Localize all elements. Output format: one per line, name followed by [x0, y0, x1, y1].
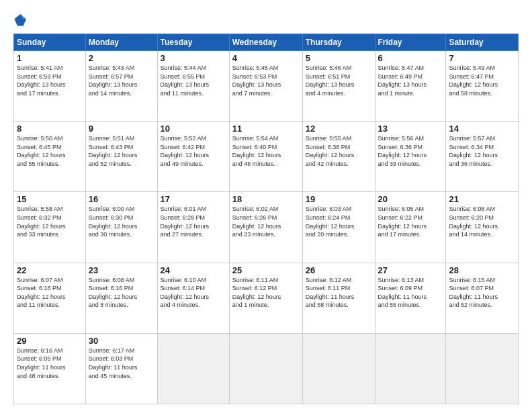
calendar-cell: 8Sunrise: 5:50 AMSunset: 6:45 PMDaylight… [14, 122, 86, 192]
day-info: Sunrise: 5:55 AMSunset: 6:38 PMDaylight:… [306, 134, 372, 168]
day-info: Sunrise: 6:15 AMSunset: 6:07 PMDaylight:… [449, 276, 515, 310]
day-number: 27 [378, 265, 443, 275]
calendar-cell: 13Sunrise: 5:56 AMSunset: 6:36 PMDayligh… [375, 122, 446, 192]
day-info: Sunrise: 6:08 AMSunset: 6:16 PMDaylight:… [89, 276, 154, 310]
calendar-cell [229, 333, 302, 404]
logo [13, 12, 31, 27]
day-number: 7 [449, 53, 515, 63]
week-row-4: 22Sunrise: 6:07 AMSunset: 6:18 PMDayligh… [14, 263, 519, 333]
week-row-1: 1Sunrise: 5:41 AMSunset: 6:59 PMDaylight… [14, 51, 519, 122]
day-info: Sunrise: 6:02 AMSunset: 6:26 PMDaylight:… [232, 205, 300, 238]
day-info: Sunrise: 6:10 AMSunset: 6:14 PMDaylight:… [161, 276, 226, 310]
day-info: Sunrise: 5:58 AMSunset: 6:32 PMDaylight:… [17, 205, 83, 238]
calendar-cell: 24Sunrise: 6:10 AMSunset: 6:14 PMDayligh… [157, 263, 229, 333]
day-number: 11 [232, 124, 300, 134]
day-info: Sunrise: 6:17 AMSunset: 6:03 PMDaylight:… [89, 347, 154, 380]
day-number: 23 [89, 265, 154, 275]
day-info: Sunrise: 5:52 AMSunset: 6:42 PMDaylight:… [161, 134, 226, 168]
day-number: 16 [89, 194, 154, 204]
day-info: Sunrise: 5:44 AMSunset: 6:55 PMDaylight:… [161, 64, 226, 97]
day-number: 9 [89, 124, 154, 134]
calendar: SundayMondayTuesdayWednesdayThursdayFrid… [13, 34, 519, 404]
calendar-cell: 29Sunrise: 6:16 AMSunset: 6:05 PMDayligh… [14, 333, 86, 404]
calendar-cell: 17Sunrise: 6:01 AMSunset: 6:28 PMDayligh… [157, 192, 229, 263]
calendar-cell: 19Sunrise: 6:03 AMSunset: 6:24 PMDayligh… [302, 192, 375, 263]
day-number: 10 [161, 124, 226, 134]
calendar-cell: 14Sunrise: 5:57 AMSunset: 6:34 PMDayligh… [446, 122, 519, 192]
week-row-5: 29Sunrise: 6:16 AMSunset: 6:05 PMDayligh… [14, 333, 519, 404]
day-number: 1 [17, 53, 83, 63]
weekday-saturday: Saturday [446, 34, 519, 51]
day-number: 26 [306, 265, 372, 275]
calendar-cell: 2Sunrise: 5:43 AMSunset: 6:57 PMDaylight… [85, 51, 157, 122]
day-number: 15 [17, 194, 83, 204]
calendar-body: 1Sunrise: 5:41 AMSunset: 6:59 PMDaylight… [14, 51, 519, 404]
day-number: 14 [449, 124, 515, 134]
day-info: Sunrise: 6:11 AMSunset: 6:12 PMDaylight:… [232, 276, 300, 310]
day-info: Sunrise: 5:54 AMSunset: 6:40 PMDaylight:… [232, 134, 300, 168]
calendar-cell: 15Sunrise: 5:58 AMSunset: 6:32 PMDayligh… [14, 192, 86, 263]
day-info: Sunrise: 5:45 AMSunset: 6:53 PMDaylight:… [232, 64, 300, 97]
day-number: 4 [232, 53, 300, 63]
header [13, 12, 519, 27]
weekday-monday: Monday [85, 34, 157, 51]
day-number: 29 [17, 336, 83, 346]
calendar-cell [302, 333, 375, 404]
day-info: Sunrise: 6:03 AMSunset: 6:24 PMDaylight:… [306, 205, 372, 238]
day-info: Sunrise: 6:12 AMSunset: 6:11 PMDaylight:… [306, 276, 372, 310]
day-info: Sunrise: 5:46 AMSunset: 6:51 PMDaylight:… [306, 64, 372, 97]
day-info: Sunrise: 6:13 AMSunset: 6:09 PMDaylight:… [378, 276, 443, 310]
calendar-cell: 5Sunrise: 5:46 AMSunset: 6:51 PMDaylight… [302, 51, 375, 122]
day-number: 21 [449, 194, 515, 204]
calendar-cell: 6Sunrise: 5:47 AMSunset: 6:49 PMDaylight… [375, 51, 446, 122]
day-number: 17 [161, 194, 226, 204]
day-number: 6 [378, 53, 443, 63]
weekday-wednesday: Wednesday [229, 34, 302, 51]
calendar-cell: 10Sunrise: 5:52 AMSunset: 6:42 PMDayligh… [157, 122, 229, 192]
calendar-cell: 27Sunrise: 6:13 AMSunset: 6:09 PMDayligh… [375, 263, 446, 333]
day-number: 13 [378, 124, 443, 134]
weekday-sunday: Sunday [14, 34, 86, 51]
week-row-3: 15Sunrise: 5:58 AMSunset: 6:32 PMDayligh… [14, 192, 519, 263]
svg-marker-0 [14, 14, 26, 26]
calendar-cell [446, 333, 519, 404]
day-number: 28 [449, 265, 515, 275]
day-number: 5 [306, 53, 372, 63]
calendar-cell: 28Sunrise: 6:15 AMSunset: 6:07 PMDayligh… [446, 263, 519, 333]
calendar-cell [375, 333, 446, 404]
day-info: Sunrise: 5:56 AMSunset: 6:36 PMDaylight:… [378, 134, 443, 168]
calendar-cell: 30Sunrise: 6:17 AMSunset: 6:03 PMDayligh… [85, 333, 157, 404]
calendar-cell: 9Sunrise: 5:51 AMSunset: 6:43 PMDaylight… [85, 122, 157, 192]
weekday-tuesday: Tuesday [157, 34, 229, 51]
logo-icon [13, 12, 28, 27]
day-info: Sunrise: 6:07 AMSunset: 6:18 PMDaylight:… [17, 276, 83, 310]
day-info: Sunrise: 5:50 AMSunset: 6:45 PMDaylight:… [17, 134, 83, 168]
day-info: Sunrise: 6:16 AMSunset: 6:05 PMDaylight:… [17, 347, 83, 380]
calendar-cell: 21Sunrise: 6:06 AMSunset: 6:20 PMDayligh… [446, 192, 519, 263]
day-number: 8 [17, 124, 83, 134]
calendar-cell: 22Sunrise: 6:07 AMSunset: 6:18 PMDayligh… [14, 263, 86, 333]
day-info: Sunrise: 6:00 AMSunset: 6:30 PMDaylight:… [89, 205, 154, 238]
day-info: Sunrise: 5:47 AMSunset: 6:49 PMDaylight:… [378, 64, 443, 97]
calendar-cell: 16Sunrise: 6:00 AMSunset: 6:30 PMDayligh… [85, 192, 157, 263]
day-info: Sunrise: 5:51 AMSunset: 6:43 PMDaylight:… [89, 134, 154, 168]
day-number: 22 [17, 265, 83, 275]
calendar-cell: 20Sunrise: 6:05 AMSunset: 6:22 PMDayligh… [375, 192, 446, 263]
calendar-cell: 26Sunrise: 6:12 AMSunset: 6:11 PMDayligh… [302, 263, 375, 333]
day-info: Sunrise: 6:05 AMSunset: 6:22 PMDaylight:… [378, 205, 443, 238]
day-info: Sunrise: 5:41 AMSunset: 6:59 PMDaylight:… [17, 64, 83, 97]
weekday-friday: Friday [375, 34, 446, 51]
calendar-cell: 12Sunrise: 5:55 AMSunset: 6:38 PMDayligh… [302, 122, 375, 192]
day-info: Sunrise: 6:01 AMSunset: 6:28 PMDaylight:… [161, 205, 226, 238]
day-number: 2 [89, 53, 154, 63]
day-info: Sunrise: 5:57 AMSunset: 6:34 PMDaylight:… [449, 134, 515, 168]
calendar-cell: 1Sunrise: 5:41 AMSunset: 6:59 PMDaylight… [14, 51, 86, 122]
day-number: 3 [161, 53, 226, 63]
page: SundayMondayTuesdayWednesdayThursdayFrid… [0, 0, 532, 411]
weekday-header: SundayMondayTuesdayWednesdayThursdayFrid… [14, 34, 519, 51]
day-number: 20 [378, 194, 443, 204]
calendar-cell: 18Sunrise: 6:02 AMSunset: 6:26 PMDayligh… [229, 192, 302, 263]
day-number: 30 [89, 336, 154, 346]
calendar-cell: 11Sunrise: 5:54 AMSunset: 6:40 PMDayligh… [229, 122, 302, 192]
week-row-2: 8Sunrise: 5:50 AMSunset: 6:45 PMDaylight… [14, 122, 519, 192]
